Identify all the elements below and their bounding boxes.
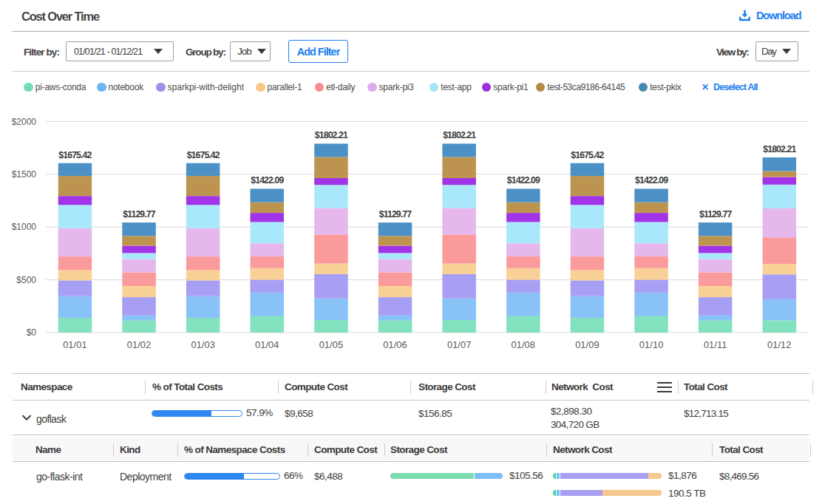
svg-text:01/08: 01/08	[512, 339, 536, 350]
svg-text:01/02: 01/02	[127, 339, 152, 350]
svg-text:$1675.42: $1675.42	[571, 150, 604, 160]
svg-text:01/10: 01/10	[639, 339, 664, 350]
svg-text:$1500: $1500	[12, 169, 37, 180]
svg-text:$1129.77: $1129.77	[699, 209, 732, 219]
svg-text:01/09: 01/09	[575, 339, 599, 350]
svg-text:01/01: 01/01	[63, 339, 87, 350]
svg-text:$1675.42: $1675.42	[187, 150, 220, 160]
svg-text:01/03: 01/03	[191, 339, 215, 350]
svg-text:$1422.09: $1422.09	[251, 175, 284, 185]
svg-text:$1000: $1000	[12, 222, 37, 232]
svg-text:$1802.21: $1802.21	[443, 130, 476, 140]
svg-text:$2000: $2000	[12, 117, 37, 127]
svg-text:$1802.21: $1802.21	[315, 130, 348, 140]
svg-text:01/05: 01/05	[319, 339, 344, 350]
svg-text:01/07: 01/07	[447, 339, 472, 350]
svg-text:$1422.09: $1422.09	[507, 175, 540, 185]
svg-text:$500: $500	[16, 275, 36, 285]
svg-text:$1129.77: $1129.77	[123, 209, 155, 219]
svg-text:$1802.21: $1802.21	[763, 144, 796, 154]
svg-text:$0: $0	[27, 327, 37, 338]
svg-text:$1675.42: $1675.42	[58, 150, 92, 160]
svg-text:01/06: 01/06	[383, 339, 407, 350]
svg-text:$1422.09: $1422.09	[635, 175, 668, 185]
svg-text:01/11: 01/11	[704, 339, 727, 350]
svg-text:$1129.77: $1129.77	[379, 209, 412, 219]
svg-text:01/04: 01/04	[255, 339, 279, 350]
svg-text:01/12: 01/12	[767, 339, 792, 350]
